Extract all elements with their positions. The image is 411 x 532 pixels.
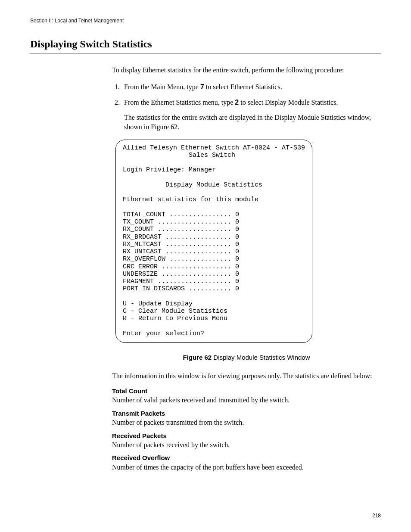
- step-2-key: 2: [235, 99, 239, 106]
- definitions-list: Total CountNumber of valid packets recei…: [112, 387, 381, 472]
- figure-caption: Figure 62 Display Module Statistics Wind…: [112, 353, 381, 362]
- content-column: To display Ethernet statistics for the e…: [112, 65, 381, 472]
- definition-description: Number of valid packets received and tra…: [112, 395, 381, 405]
- definition-term: Received Packets: [112, 432, 381, 440]
- figure-number: Figure 62: [183, 354, 212, 361]
- section-header: Section II: Local and Telnet Management: [30, 17, 381, 24]
- step-1: From the Main Menu, type 7 to select Eth…: [121, 82, 381, 92]
- terminal-wrap: Allied Telesyn Ethernet Switch AT-8024 -…: [115, 140, 381, 343]
- figure-text: Display Module Statistics Window: [212, 354, 310, 361]
- after-steps-paragraph: The statistics for the entire switch are…: [124, 113, 381, 131]
- definition-description: Number of times the capacity of the port…: [112, 463, 381, 472]
- definition-description: Number of packets transmitted from the s…: [112, 418, 381, 427]
- definition-description: Number of packets received by the switch…: [112, 440, 381, 450]
- definition-term: Transmit Packets: [112, 409, 381, 418]
- step-2-suffix: to select Display Module Statistics.: [239, 99, 338, 106]
- step-1-suffix: to select Ethernet Statistics.: [204, 83, 282, 90]
- after-figure-paragraph: The information in this window is for vi…: [112, 371, 381, 381]
- page-title: Displaying Switch Statistics: [30, 37, 381, 53]
- step-1-key: 7: [200, 83, 204, 90]
- definition-term: Total Count: [112, 387, 381, 395]
- step-1-prefix: From the Main Menu, type: [124, 83, 200, 90]
- step-2-prefix: From the Ethernet Statistics menu, type: [124, 99, 235, 106]
- procedure-steps: From the Main Menu, type 7 to select Eth…: [112, 82, 381, 131]
- intro-paragraph: To display Ethernet statistics for the e…: [112, 65, 381, 75]
- terminal-window: Allied Telesyn Ethernet Switch AT-8024 -…: [115, 140, 312, 343]
- definition-term: Received Overflow: [112, 454, 381, 462]
- step-2: From the Ethernet Statistics menu, type …: [121, 98, 381, 132]
